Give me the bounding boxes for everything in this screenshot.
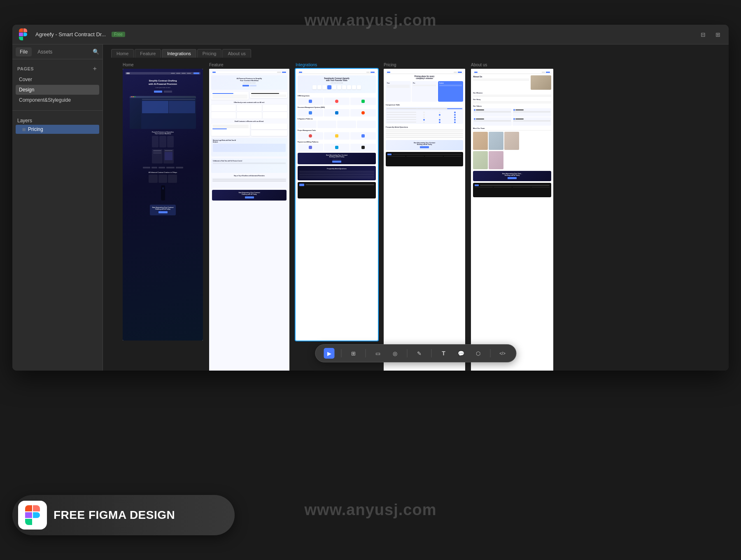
about-nav (473, 71, 551, 73)
frame-integrations-box[interactable]: Seamlessly Connect Agreefywith Your Favo… (296, 69, 378, 341)
assets-tab[interactable]: Assets (33, 47, 56, 56)
about-mission: Our Mission (473, 92, 551, 97)
crm-section: CRM Integrations (298, 95, 376, 105)
integrations-cta-top: Start Automating Your ContractDrafting w… (298, 153, 376, 164)
free-design-banner[interactable]: FREE FIGMA DESIGN (12, 495, 235, 535)
frame-feature-label: Feature (209, 63, 289, 67)
pricing-page-preview: Pricing plans for everycompany's mission… (384, 69, 465, 371)
tool-toolbar: ▶ ⊞ ▭ ◎ ✎ T 💬 ⬡ </> (315, 344, 517, 362)
feature-hero: AI-Powered Features to SimplifyYour Cont… (211, 75, 287, 90)
frame-home-label: Home (123, 63, 203, 67)
frame-home-box[interactable]: Simplify Contract Draftingwith AI-Powere… (123, 69, 203, 341)
tool-sep-3 (407, 349, 408, 357)
page-tabs: Home Feature Integrations Pricing About … (103, 44, 729, 58)
frame-home: Home (123, 63, 203, 341)
mini-navbar (125, 72, 200, 75)
frame-pricing-box[interactable]: Pricing plans for everycompany's mission… (384, 69, 465, 371)
watermark-bottom: www.anyusj.com (305, 501, 437, 519)
panels-icon[interactable]: ⊟ (697, 29, 709, 40)
tool-sep-1 (341, 349, 342, 357)
rect-tool-btn[interactable]: ▭ (373, 348, 383, 359)
frame-about-label: About us (471, 63, 553, 67)
pricing-hero: Pricing plans for everycompany's mission (386, 75, 463, 79)
tool-sep-4 (431, 349, 432, 357)
frame-about-box[interactable]: About Us Our (471, 69, 553, 371)
integrations-hero: Seamlessly Connect Agreefywith Your Favo… (298, 75, 376, 93)
draft-section (211, 124, 287, 136)
figma-large-icon (18, 501, 47, 530)
search-icon[interactable]: 🔍 (93, 49, 99, 55)
pages-header: Pages ＋ (16, 63, 99, 74)
page-cover[interactable]: Cover (16, 75, 99, 84)
file-tab[interactable]: File (16, 47, 32, 56)
tool-sep-5 (490, 349, 491, 357)
frame-integrations: Integrations Seam (296, 63, 378, 341)
frame-feature-box[interactable]: AI-Powered Features to SimplifyYour Cont… (209, 69, 289, 371)
code-tool-btn[interactable]: </> (497, 348, 508, 359)
faq-section: Frequently Asked Questions (298, 166, 376, 180)
tab-feature[interactable]: Feature (135, 49, 161, 58)
reminders-section: Stay on Top of Deadlines with Automated … (211, 175, 287, 188)
about-team: Meet Our Team (473, 127, 551, 169)
hero-title: Simplify Contract Draftingwith AI-Powere… (146, 79, 179, 86)
steps-section: AI-Enhanced Contract Creation in 3 Steps (147, 172, 179, 183)
integrations-nav (298, 71, 376, 73)
feature-page-preview: AI-Powered Features to SimplifyYour Cont… (209, 69, 289, 371)
pricing-faq: Frequently Asked Questions (386, 126, 463, 138)
about-page-preview: About Us Our (471, 69, 553, 371)
figma-logo-large (25, 505, 40, 525)
tab-home[interactable]: Home (111, 49, 134, 58)
free-design-label: FREE FIGMA DESIGN (54, 509, 175, 522)
layers-header: Layers (16, 117, 99, 125)
pm-section: Project Management Tools (298, 130, 376, 140)
pen-tool-btn[interactable]: ✎ (414, 348, 425, 359)
select-tool-btn[interactable]: ▶ (324, 348, 335, 359)
layer-pricing[interactable]: ⊞ Pricing (16, 125, 99, 134)
frame-integrations-label: Integrations (296, 63, 378, 67)
feature-nav (211, 71, 287, 73)
risk-section: Minimize Legal Risks with Real-Time AIAn… (211, 138, 287, 156)
comment-tool-btn[interactable]: 💬 (456, 348, 466, 359)
main-area: File Assets 🔍 Pages ＋ Cover Design Compo… (12, 44, 729, 371)
dashboard-preview (161, 185, 165, 201)
about-footer (473, 183, 551, 197)
about-story: Our Story (473, 98, 551, 103)
home-page-preview: Simplify Contract Draftingwith AI-Powere… (123, 69, 203, 341)
features-overview: Powerful Features to StreamlineYour Cont… (150, 131, 176, 165)
tab-integrations[interactable]: Integrations (162, 49, 196, 58)
figma-logo-btn[interactable] (17, 29, 29, 40)
expand-icon[interactable]: ⊞ (712, 29, 724, 40)
dms-section: Document Management Systems (DMS) (298, 107, 376, 117)
grid-icon: ⊞ (22, 127, 26, 132)
frame-about: About us (471, 63, 553, 371)
about-cta: Start Automating Your Cont...Drafting wi… (473, 171, 551, 181)
draft-section-title: Draft Contracts in Minutes with our AI t… (211, 121, 287, 122)
feature-grid-title: Effortlessly create contracts with our A… (211, 102, 287, 103)
canvas-area[interactable]: Home Feature Integrations Pricing About … (103, 44, 729, 371)
frame-tool-btn[interactable]: ⊞ (348, 348, 359, 359)
ellipse-tool-btn[interactable]: ◎ (390, 348, 401, 359)
pricing-footer (386, 152, 463, 166)
integrations-footer (298, 182, 376, 198)
feature-cta: Start Automating Your ContractDrafting w… (212, 190, 287, 201)
feature-grid (211, 105, 287, 119)
tab-pricing[interactable]: Pricing (197, 49, 222, 58)
project-title: Agreefy - Smart Contract Dr... (35, 31, 106, 37)
hero-sub: Lorem ipsum dolor sit amet (149, 87, 176, 89)
sidebar-tabs: File Assets 🔍 (12, 44, 103, 59)
page-component[interactable]: Component&Styleguide (16, 95, 99, 105)
add-page-button[interactable]: ＋ (92, 65, 98, 72)
tab-about[interactable]: About us (222, 49, 251, 58)
integrations-page-preview: Seamlessly Connect Agreefywith Your Favo… (296, 69, 378, 341)
payment-section: Payment and Billing Platforms (298, 141, 376, 151)
pages-section: Pages ＋ Cover Design Component&Styleguid… (12, 59, 103, 107)
page-design[interactable]: Design (16, 85, 99, 95)
cta-section: Start Automating Your ContractDrafting w… (150, 205, 175, 215)
sidebar-divider (12, 110, 103, 111)
frame-feature: Feature AI-Powere (209, 63, 289, 371)
left-sidebar: File Assets 🔍 Pages ＋ Cover Design Compo… (12, 44, 103, 371)
component-tool-btn[interactable]: ⬡ (473, 348, 484, 359)
comparison-table: Comparison Table (386, 104, 463, 124)
canvas-content: Home (103, 58, 729, 371)
text-tool-btn[interactable]: T (438, 348, 449, 359)
